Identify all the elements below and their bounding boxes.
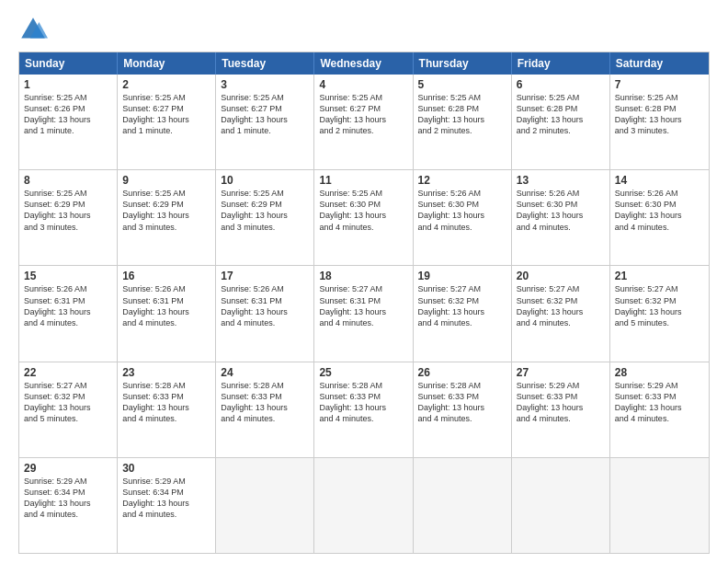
cell-info: Sunrise: 5:25 AM Sunset: 6:29 PM Dayligh… [122, 188, 210, 233]
cell-info: Sunrise: 5:28 AM Sunset: 6:33 PM Dayligh… [122, 380, 210, 425]
header-day-sunday: Sunday [19, 52, 118, 75]
logo-icon [18, 15, 48, 44]
cell-info: Sunrise: 5:25 AM Sunset: 6:27 PM Dayligh… [221, 92, 309, 137]
day-number: 13 [517, 174, 605, 187]
calendar-cell: 14Sunrise: 5:26 AM Sunset: 6:30 PM Dayli… [610, 170, 709, 265]
calendar-cell: 4Sunrise: 5:25 AM Sunset: 6:27 PM Daylig… [314, 75, 413, 169]
calendar-cell [314, 458, 413, 553]
cell-info: Sunrise: 5:25 AM Sunset: 6:27 PM Dayligh… [319, 92, 407, 137]
cell-info: Sunrise: 5:25 AM Sunset: 6:30 PM Dayligh… [319, 188, 407, 233]
calendar-cell: 10Sunrise: 5:25 AM Sunset: 6:29 PM Dayli… [216, 170, 314, 265]
calendar-cell: 20Sunrise: 5:27 AM Sunset: 6:32 PM Dayli… [512, 266, 610, 361]
cell-info: Sunrise: 5:29 AM Sunset: 6:34 PM Dayligh… [24, 476, 112, 521]
calendar-cell: 25Sunrise: 5:28 AM Sunset: 6:33 PM Dayli… [314, 362, 413, 457]
cell-info: Sunrise: 5:28 AM Sunset: 6:33 PM Dayligh… [221, 380, 309, 425]
header-day-saturday: Saturday [610, 52, 709, 75]
day-number: 8 [24, 174, 112, 187]
day-number: 16 [122, 270, 210, 282]
calendar-cell: 6Sunrise: 5:25 AM Sunset: 6:28 PM Daylig… [512, 75, 610, 169]
cell-info: Sunrise: 5:29 AM Sunset: 6:33 PM Dayligh… [615, 380, 704, 425]
calendar-cell: 18Sunrise: 5:27 AM Sunset: 6:31 PM Dayli… [314, 266, 413, 361]
header-day-thursday: Thursday [414, 52, 512, 75]
cell-info: Sunrise: 5:25 AM Sunset: 6:28 PM Dayligh… [517, 92, 605, 137]
day-number: 1 [24, 78, 112, 91]
day-number: 4 [319, 78, 407, 91]
calendar-cell: 28Sunrise: 5:29 AM Sunset: 6:33 PM Dayli… [610, 362, 709, 457]
day-number: 28 [615, 366, 704, 379]
day-number: 9 [122, 174, 210, 187]
calendar-cell: 5Sunrise: 5:25 AM Sunset: 6:28 PM Daylig… [414, 75, 512, 169]
cell-info: Sunrise: 5:29 AM Sunset: 6:33 PM Dayligh… [517, 380, 605, 425]
cell-info: Sunrise: 5:25 AM Sunset: 6:29 PM Dayligh… [221, 188, 309, 233]
calendar-cell: 26Sunrise: 5:28 AM Sunset: 6:33 PM Dayli… [414, 362, 512, 457]
cell-info: Sunrise: 5:25 AM Sunset: 6:28 PM Dayligh… [418, 92, 506, 137]
page: SundayMondayTuesdayWednesdayThursdayFrid… [0, 0, 728, 563]
calendar-cell [610, 458, 709, 553]
calendar-cell: 22Sunrise: 5:27 AM Sunset: 6:32 PM Dayli… [19, 362, 118, 457]
calendar-cell: 12Sunrise: 5:26 AM Sunset: 6:30 PM Dayli… [414, 170, 512, 265]
day-number: 6 [517, 78, 605, 91]
calendar-cell: 13Sunrise: 5:26 AM Sunset: 6:30 PM Dayli… [512, 170, 610, 265]
calendar-cell: 2Sunrise: 5:25 AM Sunset: 6:27 PM Daylig… [118, 75, 216, 169]
calendar: SundayMondayTuesdayWednesdayThursdayFrid… [18, 52, 710, 554]
calendar-row-1: 1Sunrise: 5:25 AM Sunset: 6:26 PM Daylig… [19, 75, 709, 169]
calendar-cell [414, 458, 512, 553]
cell-info: Sunrise: 5:26 AM Sunset: 6:31 PM Dayligh… [24, 283, 112, 328]
day-number: 2 [122, 78, 210, 91]
cell-info: Sunrise: 5:27 AM Sunset: 6:32 PM Dayligh… [615, 283, 704, 328]
calendar-cell: 23Sunrise: 5:28 AM Sunset: 6:33 PM Dayli… [118, 362, 216, 457]
calendar-cell: 11Sunrise: 5:25 AM Sunset: 6:30 PM Dayli… [314, 170, 413, 265]
calendar-cell: 21Sunrise: 5:27 AM Sunset: 6:32 PM Dayli… [610, 266, 709, 361]
day-number: 26 [418, 366, 506, 379]
cell-info: Sunrise: 5:25 AM Sunset: 6:26 PM Dayligh… [24, 92, 112, 137]
calendar-cell: 7Sunrise: 5:25 AM Sunset: 6:28 PM Daylig… [610, 75, 709, 169]
calendar-cell: 17Sunrise: 5:26 AM Sunset: 6:31 PM Dayli… [216, 266, 314, 361]
logo [18, 15, 51, 44]
day-number: 20 [517, 270, 605, 282]
cell-info: Sunrise: 5:28 AM Sunset: 6:33 PM Dayligh… [418, 380, 506, 425]
day-number: 19 [418, 270, 506, 282]
header-day-wednesday: Wednesday [314, 52, 413, 75]
header-day-tuesday: Tuesday [216, 52, 314, 75]
day-number: 23 [122, 366, 210, 379]
day-number: 30 [122, 462, 210, 475]
calendar-body: 1Sunrise: 5:25 AM Sunset: 6:26 PM Daylig… [19, 75, 709, 553]
day-number: 29 [24, 462, 112, 475]
calendar-cell: 9Sunrise: 5:25 AM Sunset: 6:29 PM Daylig… [118, 170, 216, 265]
cell-info: Sunrise: 5:27 AM Sunset: 6:31 PM Dayligh… [319, 283, 407, 328]
cell-info: Sunrise: 5:28 AM Sunset: 6:33 PM Dayligh… [319, 380, 407, 425]
day-number: 3 [221, 78, 309, 91]
calendar-row-5: 29Sunrise: 5:29 AM Sunset: 6:34 PM Dayli… [19, 457, 709, 553]
cell-info: Sunrise: 5:27 AM Sunset: 6:32 PM Dayligh… [517, 283, 605, 328]
cell-info: Sunrise: 5:25 AM Sunset: 6:28 PM Dayligh… [615, 92, 704, 137]
cell-info: Sunrise: 5:26 AM Sunset: 6:31 PM Dayligh… [122, 283, 210, 328]
calendar-cell: 16Sunrise: 5:26 AM Sunset: 6:31 PM Dayli… [118, 266, 216, 361]
day-number: 11 [319, 174, 407, 187]
cell-info: Sunrise: 5:26 AM Sunset: 6:31 PM Dayligh… [221, 283, 309, 328]
calendar-cell: 30Sunrise: 5:29 AM Sunset: 6:34 PM Dayli… [118, 458, 216, 553]
day-number: 10 [221, 174, 309, 187]
day-number: 22 [24, 366, 112, 379]
day-number: 24 [221, 366, 309, 379]
calendar-header: SundayMondayTuesdayWednesdayThursdayFrid… [19, 52, 709, 75]
header [18, 15, 710, 44]
cell-info: Sunrise: 5:26 AM Sunset: 6:30 PM Dayligh… [418, 188, 506, 233]
day-number: 15 [24, 270, 112, 282]
calendar-cell: 29Sunrise: 5:29 AM Sunset: 6:34 PM Dayli… [19, 458, 118, 553]
calendar-cell [512, 458, 610, 553]
header-day-friday: Friday [512, 52, 610, 75]
calendar-cell [216, 458, 314, 553]
day-number: 5 [418, 78, 506, 91]
day-number: 12 [418, 174, 506, 187]
day-number: 27 [517, 366, 605, 379]
cell-info: Sunrise: 5:27 AM Sunset: 6:32 PM Dayligh… [24, 380, 112, 425]
cell-info: Sunrise: 5:26 AM Sunset: 6:30 PM Dayligh… [615, 188, 704, 233]
day-number: 21 [615, 270, 704, 282]
calendar-row-4: 22Sunrise: 5:27 AM Sunset: 6:32 PM Dayli… [19, 362, 709, 457]
day-number: 25 [319, 366, 407, 379]
day-number: 18 [319, 270, 407, 282]
header-day-monday: Monday [118, 52, 216, 75]
cell-info: Sunrise: 5:25 AM Sunset: 6:27 PM Dayligh… [122, 92, 210, 137]
calendar-cell: 27Sunrise: 5:29 AM Sunset: 6:33 PM Dayli… [512, 362, 610, 457]
calendar-row-2: 8Sunrise: 5:25 AM Sunset: 6:29 PM Daylig… [19, 169, 709, 265]
